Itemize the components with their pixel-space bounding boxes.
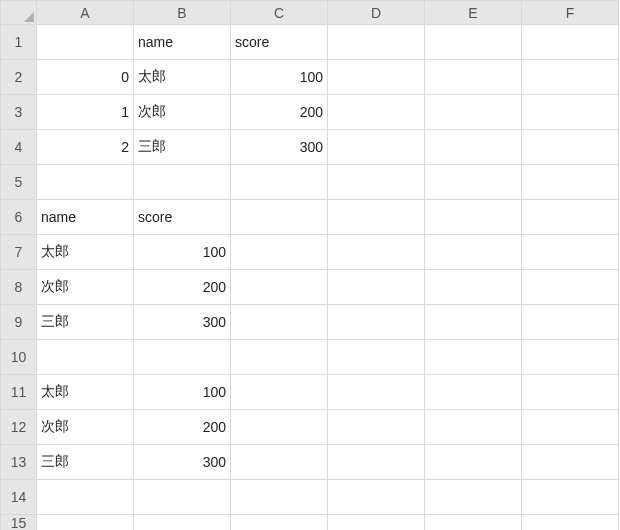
cell-B2[interactable]: 太郎: [134, 60, 231, 95]
row-header-2[interactable]: 2: [1, 60, 37, 95]
col-header-F[interactable]: F: [522, 1, 619, 25]
cell-D7[interactable]: [328, 235, 425, 270]
cell-F15[interactable]: [522, 515, 619, 531]
cell-E15[interactable]: [425, 515, 522, 531]
row-header-3[interactable]: 3: [1, 95, 37, 130]
cell-C14[interactable]: [231, 480, 328, 515]
cell-E3[interactable]: [425, 95, 522, 130]
cell-A4[interactable]: 2: [37, 130, 134, 165]
cell-B11[interactable]: 100: [134, 375, 231, 410]
row-header-4[interactable]: 4: [1, 130, 37, 165]
row-header-10[interactable]: 10: [1, 340, 37, 375]
cell-A14[interactable]: [37, 480, 134, 515]
cell-D11[interactable]: [328, 375, 425, 410]
cell-A10[interactable]: [37, 340, 134, 375]
cell-B6[interactable]: score: [134, 200, 231, 235]
cell-D1[interactable]: [328, 25, 425, 60]
cell-C1[interactable]: score: [231, 25, 328, 60]
cell-C15[interactable]: [231, 515, 328, 531]
cell-F2[interactable]: [522, 60, 619, 95]
cell-E1[interactable]: [425, 25, 522, 60]
cell-D10[interactable]: [328, 340, 425, 375]
cell-B1[interactable]: name: [134, 25, 231, 60]
cell-D14[interactable]: [328, 480, 425, 515]
cell-D6[interactable]: [328, 200, 425, 235]
cell-C7[interactable]: [231, 235, 328, 270]
cell-B14[interactable]: [134, 480, 231, 515]
cell-F7[interactable]: [522, 235, 619, 270]
row-header-7[interactable]: 7: [1, 235, 37, 270]
cell-B7[interactable]: 100: [134, 235, 231, 270]
spreadsheet-grid[interactable]: A B C D E F 1 name score 2 0 太郎 100 3 1 …: [0, 0, 619, 530]
cell-F4[interactable]: [522, 130, 619, 165]
cell-B13[interactable]: 300: [134, 445, 231, 480]
row-header-9[interactable]: 9: [1, 305, 37, 340]
cell-A15[interactable]: [37, 515, 134, 531]
cell-A9[interactable]: 三郎: [37, 305, 134, 340]
cell-C6[interactable]: [231, 200, 328, 235]
cell-C9[interactable]: [231, 305, 328, 340]
cell-A1[interactable]: [37, 25, 134, 60]
cell-B12[interactable]: 200: [134, 410, 231, 445]
cell-A13[interactable]: 三郎: [37, 445, 134, 480]
cell-C10[interactable]: [231, 340, 328, 375]
row-header-6[interactable]: 6: [1, 200, 37, 235]
cell-D4[interactable]: [328, 130, 425, 165]
cell-A5[interactable]: [37, 165, 134, 200]
cell-E8[interactable]: [425, 270, 522, 305]
cell-E14[interactable]: [425, 480, 522, 515]
cell-C8[interactable]: [231, 270, 328, 305]
cell-E4[interactable]: [425, 130, 522, 165]
col-header-C[interactable]: C: [231, 1, 328, 25]
cell-D5[interactable]: [328, 165, 425, 200]
cell-F12[interactable]: [522, 410, 619, 445]
cell-F1[interactable]: [522, 25, 619, 60]
cell-E6[interactable]: [425, 200, 522, 235]
row-header-14[interactable]: 14: [1, 480, 37, 515]
select-all-corner[interactable]: [1, 1, 37, 25]
cell-F8[interactable]: [522, 270, 619, 305]
cell-C3[interactable]: 200: [231, 95, 328, 130]
cell-A3[interactable]: 1: [37, 95, 134, 130]
col-header-B[interactable]: B: [134, 1, 231, 25]
cell-E9[interactable]: [425, 305, 522, 340]
cell-E11[interactable]: [425, 375, 522, 410]
cell-C5[interactable]: [231, 165, 328, 200]
row-header-15[interactable]: 15: [1, 515, 37, 531]
cell-B4[interactable]: 三郎: [134, 130, 231, 165]
cell-D8[interactable]: [328, 270, 425, 305]
cell-F14[interactable]: [522, 480, 619, 515]
col-header-A[interactable]: A: [37, 1, 134, 25]
cell-C2[interactable]: 100: [231, 60, 328, 95]
cell-B8[interactable]: 200: [134, 270, 231, 305]
row-header-11[interactable]: 11: [1, 375, 37, 410]
cell-D13[interactable]: [328, 445, 425, 480]
cell-C13[interactable]: [231, 445, 328, 480]
cell-F3[interactable]: [522, 95, 619, 130]
row-header-5[interactable]: 5: [1, 165, 37, 200]
cell-A6[interactable]: name: [37, 200, 134, 235]
cell-F9[interactable]: [522, 305, 619, 340]
cell-E2[interactable]: [425, 60, 522, 95]
col-header-D[interactable]: D: [328, 1, 425, 25]
row-header-8[interactable]: 8: [1, 270, 37, 305]
cell-A12[interactable]: 次郎: [37, 410, 134, 445]
cell-B5[interactable]: [134, 165, 231, 200]
cell-E7[interactable]: [425, 235, 522, 270]
col-header-E[interactable]: E: [425, 1, 522, 25]
cell-A8[interactable]: 次郎: [37, 270, 134, 305]
cell-B3[interactable]: 次郎: [134, 95, 231, 130]
cell-F13[interactable]: [522, 445, 619, 480]
cell-D2[interactable]: [328, 60, 425, 95]
cell-B10[interactable]: [134, 340, 231, 375]
row-header-12[interactable]: 12: [1, 410, 37, 445]
cell-C12[interactable]: [231, 410, 328, 445]
cell-B9[interactable]: 300: [134, 305, 231, 340]
cell-F10[interactable]: [522, 340, 619, 375]
row-header-1[interactable]: 1: [1, 25, 37, 60]
cell-A11[interactable]: 太郎: [37, 375, 134, 410]
cell-E10[interactable]: [425, 340, 522, 375]
cell-E13[interactable]: [425, 445, 522, 480]
cell-A7[interactable]: 太郎: [37, 235, 134, 270]
row-header-13[interactable]: 13: [1, 445, 37, 480]
